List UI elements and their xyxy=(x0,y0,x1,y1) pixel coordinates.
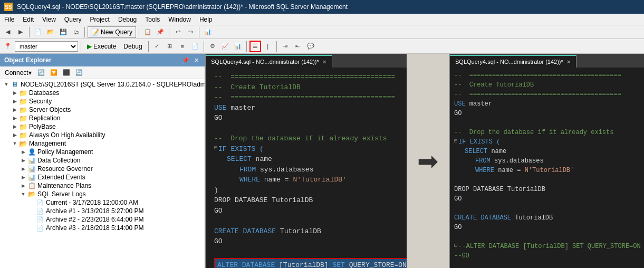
right-sql-content[interactable]: -- =====================================… xyxy=(450,68,644,268)
editor-tab-active[interactable]: SQLQuery4.sql - NO...dministrator (142))… xyxy=(206,55,332,68)
sql-line-10: WHERE name = N'TutorialDB' xyxy=(214,175,402,185)
exp-rg: ▶ xyxy=(19,166,27,171)
tree-sql-logs[interactable]: ▼ 📂 SQL Server Logs xyxy=(0,190,205,198)
editor-tab-close[interactable]: ✕ xyxy=(322,59,326,65)
menu-tools[interactable]: Tools xyxy=(141,15,164,24)
sql-line-11: ) xyxy=(214,185,402,196)
refresh-btn[interactable]: 🔃 xyxy=(35,67,47,79)
menu-view[interactable]: View xyxy=(38,15,60,24)
sql-line-2: -- Create TutorialDB xyxy=(214,82,402,93)
incl-plan-btn[interactable]: 📊 xyxy=(232,41,244,52)
right-sql-panel: SQLQuery4.sql - NO...dministrator (142))… xyxy=(449,54,644,268)
unindent-btn[interactable]: ⇤ xyxy=(292,41,304,52)
panel-pin-btn[interactable]: 📌 xyxy=(180,57,191,64)
file-results-btn[interactable]: 📄 xyxy=(189,41,201,52)
menu-query[interactable]: Query xyxy=(60,15,86,24)
database-selector[interactable]: master xyxy=(15,41,78,52)
filter-btn[interactable]: 🔽 xyxy=(48,67,60,79)
tree-aoha[interactable]: ▶ 📁 Always On High Availability xyxy=(0,131,205,139)
sync-btn[interactable]: 🔄 xyxy=(73,67,85,79)
sql-text: FROM xyxy=(239,165,260,175)
menu-file[interactable]: File xyxy=(0,15,18,24)
menu-help[interactable]: Help xyxy=(195,15,217,24)
exp-rep: ▶ xyxy=(11,116,19,121)
tree-extended-events[interactable]: ▶ 📊 Extended Events xyxy=(0,173,205,181)
tree-log-arch3-label: Archive #3 - 2/18/2018 5:14:00 PM xyxy=(46,224,143,232)
exp-dc: ▶ xyxy=(19,158,27,163)
tree-security[interactable]: ▶ 📁 Security xyxy=(0,97,205,106)
panel-header-buttons: 📌 ✕ xyxy=(180,57,200,64)
r-sql-line-11: DROP DATABASE TutorialDB xyxy=(454,185,640,194)
indent-btn[interactable]: ⇥ xyxy=(280,41,291,52)
exp-db: ▶ xyxy=(11,90,19,95)
new-query-button[interactable]: 📝 New Query xyxy=(88,26,136,38)
execute-button[interactable]: ▶ Execute xyxy=(84,41,119,52)
debug-button[interactable]: Debug xyxy=(120,41,145,52)
forward-btn[interactable]: ▶ xyxy=(15,26,26,38)
editor-tab-bar: SQLQuery4.sql - NO...dministrator (142))… xyxy=(206,54,407,68)
sql-line-12: DROP DATABASE TutorialDB xyxy=(214,195,402,206)
stop-btn[interactable]: ⬛ xyxy=(61,67,72,79)
est-plan-btn[interactable]: 📈 xyxy=(219,41,231,52)
sql-editor-content[interactable]: -- =====================================… xyxy=(206,68,407,268)
text-results-btn[interactable]: ≡ xyxy=(177,41,188,52)
r-sql-text: GO xyxy=(454,194,462,204)
r-sql-line-5: GO xyxy=(454,109,640,118)
r-sql-line-16: --GO xyxy=(454,251,640,261)
right-tab-active[interactable]: SQLQuery4.sql - NO...dministrator (142))… xyxy=(450,55,576,68)
menu-window[interactable]: Window xyxy=(164,15,195,24)
folder-poly-icon: 📁 xyxy=(19,123,27,130)
tree-log-arch2[interactable]: 📄 Archive #2 - 2/23/2018 6:44:00 PM xyxy=(0,215,205,224)
tree-pm-label: Policy Management xyxy=(37,148,93,156)
query-toolbar: 📍 master ▶ Execute Debug ✓ ⊞ ≡ 📄 ⚙ 📈 📊 ☰… xyxy=(0,39,644,54)
tree-resource-governor[interactable]: ▶ 📊 Resource Governor xyxy=(0,165,205,173)
save-all-btn[interactable]: 🗂 xyxy=(70,26,82,38)
parse-btn[interactable]: ✓ xyxy=(151,41,163,52)
menu-project[interactable]: Project xyxy=(86,15,114,24)
comment-btn[interactable]: 💬 xyxy=(305,41,316,52)
tree-polybase[interactable]: ▶ 📁 PolyBase xyxy=(0,122,205,131)
r-sql-line-blank1 xyxy=(454,118,640,128)
menu-debug[interactable]: Debug xyxy=(114,15,141,24)
save-btn[interactable]: 💾 xyxy=(57,26,69,38)
tree-log-arch3[interactable]: 📄 Archive #3 - 2/18/2018 5:14:00 PM xyxy=(0,224,205,232)
grid-btn[interactable]: ⊞ xyxy=(164,41,176,52)
tree-policy-mgmt[interactable]: ▶ 👤 Policy Management xyxy=(0,148,205,156)
menu-edit[interactable]: Edit xyxy=(18,15,38,24)
redo-btn[interactable]: ↪ xyxy=(185,26,196,38)
execute-label: Execute xyxy=(93,43,116,50)
tree-rep-label: Replication xyxy=(29,114,60,122)
object-explorer-header: Object Explorer 📌 ✕ xyxy=(0,54,205,66)
pin-btn[interactable]: 📍 xyxy=(2,41,14,52)
sql-line-6: -- Drop the database if it already exist… xyxy=(214,133,402,144)
panel-close-btn[interactable]: ✕ xyxy=(193,57,200,64)
tree-maintenance-plans[interactable]: ▶ 📋 Maintenance Plans xyxy=(0,181,205,190)
object-explorer-title: Object Explorer xyxy=(4,56,51,64)
tree-databases[interactable]: ▶ 📁 Databases xyxy=(0,89,205,97)
r-sql-line-2: -- Create TutorialDB xyxy=(454,80,640,90)
tree-log-current[interactable]: 📄 Current - 3/17/2018 12:00:00 AM xyxy=(0,198,205,207)
tree-log-arch1[interactable]: 📄 Archive #1 - 3/13/2018 5:27:00 PM xyxy=(0,207,205,215)
copy-btn[interactable]: 📋 xyxy=(142,26,153,38)
new-file-btn[interactable]: 📄 xyxy=(32,26,44,38)
tree-management[interactable]: ▼ 📂 Management xyxy=(0,139,205,148)
sql-editor-panel: SQLQuery4.sql - NO...dministrator (142))… xyxy=(206,54,407,268)
back-btn[interactable]: ◀ xyxy=(2,26,14,38)
tree-server-objects[interactable]: ▶ 📁 Server Objects xyxy=(0,106,205,114)
tree-mgmt-label: Management xyxy=(29,140,66,147)
connect-label: Connect xyxy=(5,69,28,76)
open-btn[interactable]: 📂 xyxy=(45,26,56,38)
tree-server-node[interactable]: ▼ 🖥 NODE5\SQL2016ST (SQL Server 13.0.216… xyxy=(0,80,205,89)
query-opt-btn[interactable]: ⚙ xyxy=(207,41,218,52)
right-tab-close[interactable]: ✕ xyxy=(566,59,571,65)
paste-btn[interactable]: 📌 xyxy=(155,26,166,38)
undo-btn[interactable]: ↩ xyxy=(172,26,184,38)
highlighted-toolbar-btn[interactable]: ☰ xyxy=(249,41,261,52)
results-btn[interactable]: 📊 xyxy=(202,26,214,38)
tree-replication[interactable]: ▶ 📁 Replication xyxy=(0,114,205,122)
tree-data-collection[interactable]: ▶ 📊 Data Collection xyxy=(0,156,205,165)
tree-poly-label: PolyBase xyxy=(29,123,56,130)
results-to-btn[interactable]: | xyxy=(262,41,274,52)
editor-tab-label: SQLQuery4.sql - NO...dministrator (142))… xyxy=(211,59,319,65)
connect-button[interactable]: Connect ▾ xyxy=(2,67,34,79)
